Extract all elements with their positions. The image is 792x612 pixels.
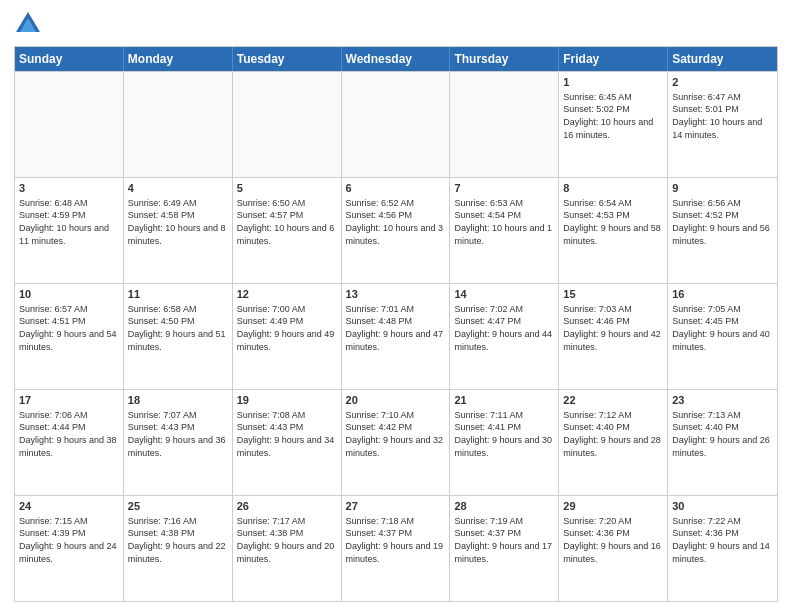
day-info: Sunrise: 7:15 AMSunset: 4:39 PMDaylight:… [19, 515, 119, 565]
cal-cell: 22Sunrise: 7:12 AMSunset: 4:40 PMDayligh… [559, 390, 668, 495]
day-info: Sunrise: 7:06 AMSunset: 4:44 PMDaylight:… [19, 409, 119, 459]
day-number: 18 [128, 393, 228, 408]
day-number: 12 [237, 287, 337, 302]
day-info: Sunrise: 7:17 AMSunset: 4:38 PMDaylight:… [237, 515, 337, 565]
day-number: 23 [672, 393, 773, 408]
cal-cell: 3Sunrise: 6:48 AMSunset: 4:59 PMDaylight… [15, 178, 124, 283]
cal-cell [15, 72, 124, 177]
day-info: Sunrise: 7:03 AMSunset: 4:46 PMDaylight:… [563, 303, 663, 353]
cal-cell: 28Sunrise: 7:19 AMSunset: 4:37 PMDayligh… [450, 496, 559, 601]
cal-cell: 30Sunrise: 7:22 AMSunset: 4:36 PMDayligh… [668, 496, 777, 601]
cal-cell: 19Sunrise: 7:08 AMSunset: 4:43 PMDayligh… [233, 390, 342, 495]
cal-cell: 14Sunrise: 7:02 AMSunset: 4:47 PMDayligh… [450, 284, 559, 389]
header-cell-sunday: Sunday [15, 47, 124, 71]
cal-cell: 27Sunrise: 7:18 AMSunset: 4:37 PMDayligh… [342, 496, 451, 601]
calendar: SundayMondayTuesdayWednesdayThursdayFrid… [14, 46, 778, 602]
day-info: Sunrise: 7:08 AMSunset: 4:43 PMDaylight:… [237, 409, 337, 459]
cal-cell: 13Sunrise: 7:01 AMSunset: 4:48 PMDayligh… [342, 284, 451, 389]
cal-cell: 6Sunrise: 6:52 AMSunset: 4:56 PMDaylight… [342, 178, 451, 283]
day-number: 6 [346, 181, 446, 196]
calendar-header: SundayMondayTuesdayWednesdayThursdayFrid… [15, 47, 777, 71]
cal-cell: 15Sunrise: 7:03 AMSunset: 4:46 PMDayligh… [559, 284, 668, 389]
calendar-body: 1Sunrise: 6:45 AMSunset: 5:02 PMDaylight… [15, 71, 777, 601]
cal-cell: 10Sunrise: 6:57 AMSunset: 4:51 PMDayligh… [15, 284, 124, 389]
day-number: 10 [19, 287, 119, 302]
day-info: Sunrise: 7:12 AMSunset: 4:40 PMDaylight:… [563, 409, 663, 459]
cal-cell: 21Sunrise: 7:11 AMSunset: 4:41 PMDayligh… [450, 390, 559, 495]
cal-row-2: 10Sunrise: 6:57 AMSunset: 4:51 PMDayligh… [15, 283, 777, 389]
day-number: 20 [346, 393, 446, 408]
header-cell-monday: Monday [124, 47, 233, 71]
day-info: Sunrise: 7:20 AMSunset: 4:36 PMDaylight:… [563, 515, 663, 565]
cal-cell: 8Sunrise: 6:54 AMSunset: 4:53 PMDaylight… [559, 178, 668, 283]
cal-cell: 29Sunrise: 7:20 AMSunset: 4:36 PMDayligh… [559, 496, 668, 601]
day-info: Sunrise: 7:19 AMSunset: 4:37 PMDaylight:… [454, 515, 554, 565]
cal-cell: 7Sunrise: 6:53 AMSunset: 4:54 PMDaylight… [450, 178, 559, 283]
cal-cell: 11Sunrise: 6:58 AMSunset: 4:50 PMDayligh… [124, 284, 233, 389]
day-info: Sunrise: 7:02 AMSunset: 4:47 PMDaylight:… [454, 303, 554, 353]
day-info: Sunrise: 7:05 AMSunset: 4:45 PMDaylight:… [672, 303, 773, 353]
day-number: 1 [563, 75, 663, 90]
day-info: Sunrise: 6:49 AMSunset: 4:58 PMDaylight:… [128, 197, 228, 247]
cal-cell [342, 72, 451, 177]
day-number: 8 [563, 181, 663, 196]
cal-cell: 12Sunrise: 7:00 AMSunset: 4:49 PMDayligh… [233, 284, 342, 389]
header-cell-wednesday: Wednesday [342, 47, 451, 71]
day-number: 17 [19, 393, 119, 408]
page: SundayMondayTuesdayWednesdayThursdayFrid… [0, 0, 792, 612]
cal-cell: 1Sunrise: 6:45 AMSunset: 5:02 PMDaylight… [559, 72, 668, 177]
day-number: 15 [563, 287, 663, 302]
cal-row-3: 17Sunrise: 7:06 AMSunset: 4:44 PMDayligh… [15, 389, 777, 495]
cal-row-4: 24Sunrise: 7:15 AMSunset: 4:39 PMDayligh… [15, 495, 777, 601]
cal-cell: 26Sunrise: 7:17 AMSunset: 4:38 PMDayligh… [233, 496, 342, 601]
day-number: 26 [237, 499, 337, 514]
day-info: Sunrise: 6:48 AMSunset: 4:59 PMDaylight:… [19, 197, 119, 247]
logo-icon [14, 10, 42, 38]
day-info: Sunrise: 7:13 AMSunset: 4:40 PMDaylight:… [672, 409, 773, 459]
day-info: Sunrise: 7:00 AMSunset: 4:49 PMDaylight:… [237, 303, 337, 353]
day-info: Sunrise: 6:58 AMSunset: 4:50 PMDaylight:… [128, 303, 228, 353]
header-cell-saturday: Saturday [668, 47, 777, 71]
day-number: 13 [346, 287, 446, 302]
cal-cell: 23Sunrise: 7:13 AMSunset: 4:40 PMDayligh… [668, 390, 777, 495]
day-info: Sunrise: 7:10 AMSunset: 4:42 PMDaylight:… [346, 409, 446, 459]
cal-cell: 20Sunrise: 7:10 AMSunset: 4:42 PMDayligh… [342, 390, 451, 495]
day-info: Sunrise: 7:11 AMSunset: 4:41 PMDaylight:… [454, 409, 554, 459]
cal-cell: 17Sunrise: 7:06 AMSunset: 4:44 PMDayligh… [15, 390, 124, 495]
cal-cell: 5Sunrise: 6:50 AMSunset: 4:57 PMDaylight… [233, 178, 342, 283]
header-cell-friday: Friday [559, 47, 668, 71]
logo [14, 10, 46, 38]
day-number: 3 [19, 181, 119, 196]
day-number: 2 [672, 75, 773, 90]
day-number: 28 [454, 499, 554, 514]
day-info: Sunrise: 7:16 AMSunset: 4:38 PMDaylight:… [128, 515, 228, 565]
day-number: 19 [237, 393, 337, 408]
cal-cell [450, 72, 559, 177]
day-number: 7 [454, 181, 554, 196]
day-info: Sunrise: 6:53 AMSunset: 4:54 PMDaylight:… [454, 197, 554, 247]
day-number: 24 [19, 499, 119, 514]
cal-cell: 4Sunrise: 6:49 AMSunset: 4:58 PMDaylight… [124, 178, 233, 283]
day-number: 22 [563, 393, 663, 408]
day-info: Sunrise: 6:57 AMSunset: 4:51 PMDaylight:… [19, 303, 119, 353]
day-info: Sunrise: 7:18 AMSunset: 4:37 PMDaylight:… [346, 515, 446, 565]
cal-cell [124, 72, 233, 177]
cal-cell: 25Sunrise: 7:16 AMSunset: 4:38 PMDayligh… [124, 496, 233, 601]
day-number: 30 [672, 499, 773, 514]
cal-cell: 2Sunrise: 6:47 AMSunset: 5:01 PMDaylight… [668, 72, 777, 177]
header-cell-tuesday: Tuesday [233, 47, 342, 71]
day-info: Sunrise: 6:56 AMSunset: 4:52 PMDaylight:… [672, 197, 773, 247]
day-info: Sunrise: 6:50 AMSunset: 4:57 PMDaylight:… [237, 197, 337, 247]
day-number: 27 [346, 499, 446, 514]
day-number: 4 [128, 181, 228, 196]
cal-cell: 9Sunrise: 6:56 AMSunset: 4:52 PMDaylight… [668, 178, 777, 283]
day-number: 5 [237, 181, 337, 196]
cal-row-1: 3Sunrise: 6:48 AMSunset: 4:59 PMDaylight… [15, 177, 777, 283]
day-info: Sunrise: 6:52 AMSunset: 4:56 PMDaylight:… [346, 197, 446, 247]
day-info: Sunrise: 7:01 AMSunset: 4:48 PMDaylight:… [346, 303, 446, 353]
header [14, 10, 778, 38]
header-cell-thursday: Thursday [450, 47, 559, 71]
cal-cell: 18Sunrise: 7:07 AMSunset: 4:43 PMDayligh… [124, 390, 233, 495]
day-info: Sunrise: 7:07 AMSunset: 4:43 PMDaylight:… [128, 409, 228, 459]
day-info: Sunrise: 6:54 AMSunset: 4:53 PMDaylight:… [563, 197, 663, 247]
